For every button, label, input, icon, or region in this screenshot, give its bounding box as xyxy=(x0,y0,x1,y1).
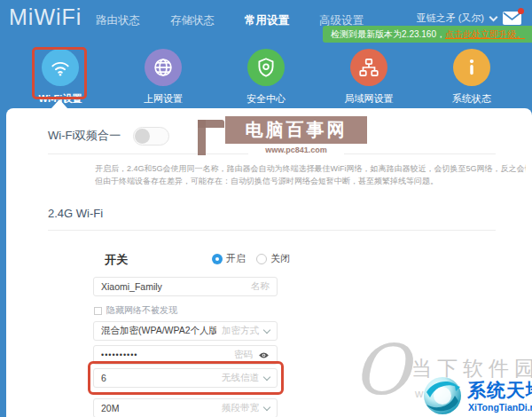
upgrade-link[interactable]: 点击此处立即升级。 xyxy=(445,29,525,39)
chevron-down-icon xyxy=(263,326,270,333)
dualband-toggle[interactable] xyxy=(133,127,169,146)
miwifi-settings-page: MiWiFi 路由状态 存储状态 常用设置 高级设置 亚链之矛 (又尔) 检测到… xyxy=(0,0,532,417)
encryption-select[interactable]: 混合加密(WPA/WPA2个人版) 加密方式 xyxy=(93,321,278,341)
toggle-knob xyxy=(135,129,150,144)
quicknav-label: 系统状态 xyxy=(452,92,491,106)
radio-off[interactable]: 关闭 xyxy=(256,252,290,265)
radio-selected-icon xyxy=(212,254,223,264)
bandwidth-select[interactable]: 20M 频段带宽 xyxy=(93,398,278,417)
info-icon xyxy=(453,49,490,86)
update-notice-text: 检测到最新版本为2.23.160， xyxy=(331,29,445,39)
ssid-value: Xiaomi_Family xyxy=(101,281,246,292)
dualband-description: 开启后，2.4G和5G会使用同一名称，路由器会自动为终端选择最佳WiFi网络，如… xyxy=(95,162,526,187)
notification-dot xyxy=(518,8,524,14)
chevron-down-icon xyxy=(263,373,270,380)
xitongtiandi-url: XiTongTianDi.net xyxy=(468,402,532,413)
watermark-pc841: 电脑百事网 www.pc841.com xyxy=(198,116,368,161)
pc841-logo-icon xyxy=(198,120,224,159)
shield-icon xyxy=(247,49,285,86)
pc841-url: www.pc841.com xyxy=(248,144,344,156)
checkbox-icon xyxy=(94,307,102,315)
quicknav-lan-settings[interactable]: 局域网设置 xyxy=(332,49,406,106)
description-line-1: 开启后，2.4G和5G会使用同一名称，路由器会自动为终端选择最佳WiFi网络，如… xyxy=(95,162,526,175)
password-hint: 密码 xyxy=(234,349,253,361)
quicknav-label: 安全中心 xyxy=(246,92,286,106)
password-value: •••••••••• xyxy=(101,350,229,359)
quicknav-system-status[interactable]: 系统状态 xyxy=(434,49,509,106)
radio-on-label: 开启 xyxy=(226,252,246,265)
divider xyxy=(48,230,496,231)
settings-quicknav: Wi-Fi设置 上网设置 安全中心 xyxy=(0,49,532,106)
description-line-2: 但由于终端设备存在差异，可能存在：自动切换信号源时网络会短暂中断，甚至频繁掉线等… xyxy=(95,175,526,187)
hide-network-checkbox[interactable]: 隐藏网络不被发现 xyxy=(94,304,177,317)
eye-icon[interactable] xyxy=(258,351,270,359)
password-input[interactable]: •••••••••• 密码 xyxy=(93,345,278,365)
globe-icon xyxy=(145,49,182,86)
encryption-hint: 加密方式 xyxy=(222,325,259,337)
radio-on[interactable]: 开启 xyxy=(212,252,246,265)
xitongtiandi-globe-icon xyxy=(421,374,464,417)
miwifi-logo: MiWiFi xyxy=(9,4,82,30)
radio-off-label: 关闭 xyxy=(270,252,290,265)
quicknav-internet-settings[interactable]: 上网设置 xyxy=(126,49,200,106)
quicknav-label: 局域网设置 xyxy=(345,92,394,106)
channel-select[interactable]: 6 无线信道 xyxy=(93,368,278,388)
bandwidth-hint: 频段带宽 xyxy=(222,402,259,414)
wifi-switch-radios: 开启 关闭 xyxy=(212,252,290,265)
user-menu[interactable]: 亚链之矛 (又尔) xyxy=(417,12,521,25)
xitongtiandi-title: 系统天地 xyxy=(467,378,532,403)
watermark-xitongtiandi: 系统天地 XiTongTianDi.net xyxy=(421,373,532,417)
ssid-hint: 名称 xyxy=(251,280,270,293)
encryption-value: 混合加密(WPA/WPA2个人版) xyxy=(101,325,216,337)
nav-storage-status[interactable]: 存储状态 xyxy=(170,13,215,28)
nav-router-status[interactable]: 路由状态 xyxy=(96,13,140,28)
wifi-icon xyxy=(42,49,79,86)
section-title-24g: 2.4G Wi-Fi xyxy=(48,207,103,220)
quicknav-wifi-settings[interactable]: Wi-Fi设置 xyxy=(23,49,98,106)
hide-network-label: 隐藏网络不被发现 xyxy=(106,304,177,317)
dangxia-o-logo: O xyxy=(353,335,410,405)
radio-unselected-icon xyxy=(256,254,267,264)
chevron-down-icon xyxy=(489,12,498,21)
user-name: 亚链之矛 (又尔) xyxy=(417,12,484,25)
ssid-input[interactable]: Xiaomi_Family 名称 xyxy=(93,277,278,296)
nav-common-settings[interactable]: 常用设置 xyxy=(245,13,289,28)
chevron-down-icon xyxy=(263,403,270,410)
active-tab-pointer xyxy=(51,99,67,108)
dualband-label: Wi-Fi双频合一 xyxy=(48,128,121,144)
mail-icon[interactable] xyxy=(503,12,521,25)
channel-value: 6 xyxy=(101,373,216,383)
lan-icon xyxy=(350,49,387,86)
quicknav-security-center[interactable]: 安全中心 xyxy=(229,49,303,106)
channel-hint: 无线信道 xyxy=(222,372,259,384)
pc841-title: 电脑百事网 xyxy=(225,116,367,144)
update-notice: 检测到最新版本为2.23.160，点击此处立即升级。 xyxy=(323,26,532,43)
switch-label: 开关 xyxy=(105,252,128,268)
bandwidth-value: 20M xyxy=(101,403,216,413)
quicknav-label: 上网设置 xyxy=(144,92,183,106)
